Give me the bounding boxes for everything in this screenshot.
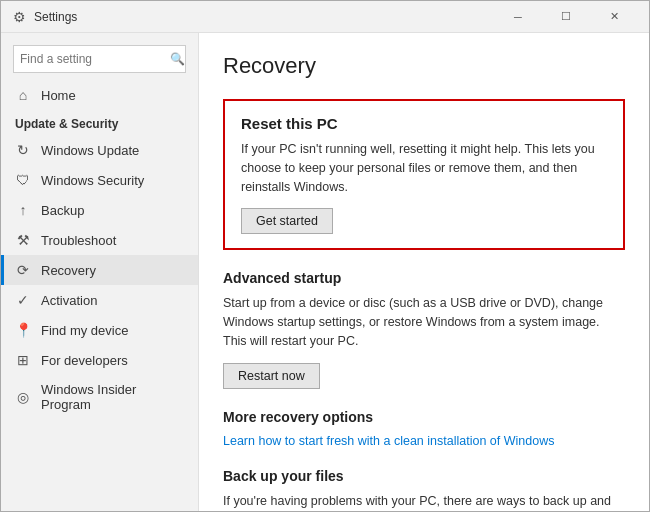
titlebar: ⚙ Settings ─ ☐ ✕ xyxy=(1,1,649,33)
sidebar-item-backup[interactable]: ↑ Backup xyxy=(1,195,198,225)
advanced-startup-desc: Start up from a device or disc (such as … xyxy=(223,294,625,350)
recovery-icon: ⟳ xyxy=(15,262,31,278)
sidebar-item-windows-security[interactable]: 🛡 Windows Security xyxy=(1,165,198,195)
close-button[interactable]: ✕ xyxy=(591,1,637,33)
sidebar-item-troubleshoot[interactable]: ⚒ Troubleshoot xyxy=(1,225,198,255)
search-icon: 🔍 xyxy=(170,52,185,66)
advanced-startup-title: Advanced startup xyxy=(223,270,625,286)
reset-section-desc: If your PC isn't running well, resetting… xyxy=(241,140,607,196)
settings-window: ⚙ Settings ─ ☐ ✕ 🔍 ⌂ Home Update & Secur… xyxy=(0,0,650,512)
backup-files-title: Back up your files xyxy=(223,468,625,484)
sidebar-item-label: For developers xyxy=(41,353,128,368)
search-input[interactable] xyxy=(20,52,170,66)
backup-icon: ↑ xyxy=(15,202,31,218)
sidebar-section-title: Update & Security xyxy=(1,109,198,135)
find-device-icon: 📍 xyxy=(15,322,31,338)
sidebar: 🔍 ⌂ Home Update & Security ↻ Windows Upd… xyxy=(1,33,199,511)
reset-section: Reset this PC If your PC isn't running w… xyxy=(223,99,625,250)
sidebar-item-recovery[interactable]: ⟳ Recovery xyxy=(1,255,198,285)
window-title: Settings xyxy=(34,10,495,24)
sidebar-item-label: Activation xyxy=(41,293,97,308)
sidebar-item-find-my-device[interactable]: 📍 Find my device xyxy=(1,315,198,345)
developers-icon: ⊞ xyxy=(15,352,31,368)
sidebar-item-label: Backup xyxy=(41,203,84,218)
sidebar-home-label: Home xyxy=(41,88,76,103)
sidebar-item-windows-insider[interactable]: ◎ Windows Insider Program xyxy=(1,375,198,419)
backup-files-section: Back up your files If you're having prob… xyxy=(223,468,625,512)
sidebar-item-label: Windows Security xyxy=(41,173,144,188)
more-recovery-title: More recovery options xyxy=(223,409,625,425)
sidebar-item-label: Troubleshoot xyxy=(41,233,116,248)
sidebar-item-activation[interactable]: ✓ Activation xyxy=(1,285,198,315)
troubleshoot-icon: ⚒ xyxy=(15,232,31,248)
main-panel: Recovery Reset this PC If your PC isn't … xyxy=(199,33,649,511)
window-controls: ─ ☐ ✕ xyxy=(495,1,637,33)
restart-now-button[interactable]: Restart now xyxy=(223,363,320,389)
windows-security-icon: 🛡 xyxy=(15,172,31,188)
windows-update-icon: ↻ xyxy=(15,142,31,158)
sidebar-item-home[interactable]: ⌂ Home xyxy=(1,81,198,109)
maximize-button[interactable]: ☐ xyxy=(543,1,589,33)
insider-icon: ◎ xyxy=(15,389,31,405)
home-icon: ⌂ xyxy=(15,87,31,103)
advanced-startup-section: Advanced startup Start up from a device … xyxy=(223,270,625,388)
sidebar-item-label: Windows Update xyxy=(41,143,139,158)
search-box[interactable]: 🔍 xyxy=(13,45,186,73)
clean-install-link[interactable]: Learn how to start fresh with a clean in… xyxy=(223,434,554,448)
sidebar-item-label: Find my device xyxy=(41,323,128,338)
more-recovery-section: More recovery options Learn how to start… xyxy=(223,409,625,448)
sidebar-item-label: Recovery xyxy=(41,263,96,278)
reset-section-title: Reset this PC xyxy=(241,115,607,132)
backup-files-desc: If you're having problems with your PC, … xyxy=(223,492,625,512)
activation-icon: ✓ xyxy=(15,292,31,308)
page-title: Recovery xyxy=(223,53,625,79)
main-content: 🔍 ⌂ Home Update & Security ↻ Windows Upd… xyxy=(1,33,649,511)
minimize-button[interactable]: ─ xyxy=(495,1,541,33)
sidebar-item-for-developers[interactable]: ⊞ For developers xyxy=(1,345,198,375)
sidebar-item-label: Windows Insider Program xyxy=(41,382,184,412)
sidebar-item-windows-update[interactable]: ↻ Windows Update xyxy=(1,135,198,165)
app-icon: ⚙ xyxy=(13,9,26,25)
get-started-button[interactable]: Get started xyxy=(241,208,333,234)
